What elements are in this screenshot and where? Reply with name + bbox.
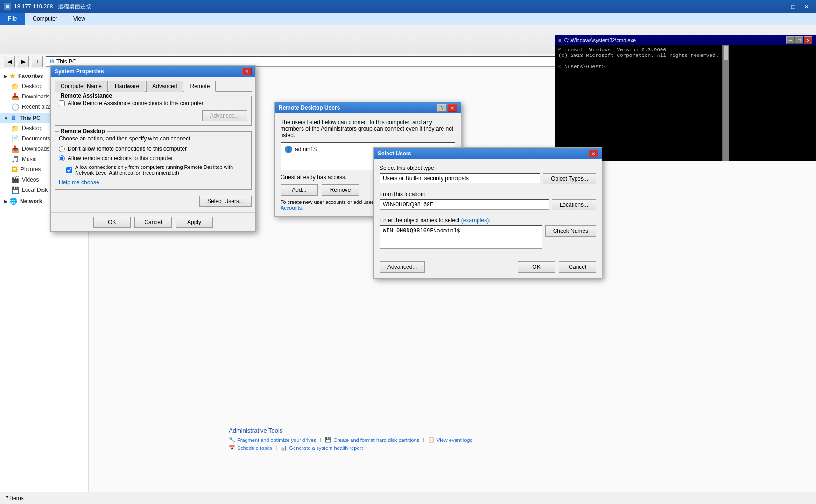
main-title-bar: 🖥 18.177.119.208 - 远程桌面连接 ─ □ ✕ xyxy=(0,0,816,13)
admin-tools-title: Administrative Tools xyxy=(229,427,676,434)
locations-button[interactable]: Locations... xyxy=(552,199,596,210)
ribbon-tab-bar: File Computer View xyxy=(0,13,816,25)
admin-link-events[interactable]: 📋 View event logs xyxy=(428,437,472,443)
allow-remote-assistance-checkbox[interactable] xyxy=(59,100,65,106)
cmd-close[interactable]: ✕ xyxy=(804,36,812,44)
su-advanced-button[interactable]: Advanced... xyxy=(380,261,425,273)
cmd-body: Microsoft Windows [Version 6.3.9600] (c)… xyxy=(555,45,816,161)
cmd-content[interactable]: Microsoft Windows [Version 6.3.9600] (c)… xyxy=(555,45,722,151)
radio-dont-allow: Don't allow remote connections to this c… xyxy=(59,146,247,152)
tab-advanced[interactable]: Advanced xyxy=(146,81,183,92)
cmd-minimize[interactable]: ─ xyxy=(786,36,795,44)
sys-props-footer: OK Cancel Apply xyxy=(51,212,255,231)
su-controls: ✕ xyxy=(589,150,598,157)
su-ok-button[interactable]: OK xyxy=(518,261,555,273)
tab-computer[interactable]: Computer xyxy=(25,13,65,25)
maximize-button[interactable]: □ xyxy=(787,2,799,11)
tab-computer-name[interactable]: Computer Name xyxy=(55,81,108,92)
admin-link-health[interactable]: 📊 Generate a system health report xyxy=(281,445,363,451)
nla-label: Allow connections only from computers ru… xyxy=(75,164,247,175)
forward-button[interactable]: ▶ xyxy=(18,56,29,67)
object-type-input[interactable] xyxy=(380,173,540,183)
admin-tools-links-row2: 📅 Schedule tasks | 📊 Generate a system h… xyxy=(229,445,676,451)
select-users-button[interactable]: Select Users... xyxy=(199,196,252,207)
radio-allow: Allow remote connections to this compute… xyxy=(59,155,247,161)
check-names-button[interactable]: Check Names xyxy=(545,225,596,237)
up-button[interactable]: ↑ xyxy=(32,56,43,67)
rdu-title: Remote Desktop Users xyxy=(279,105,340,111)
cmd-maximize[interactable]: □ xyxy=(795,36,803,44)
admin-tools-links: 🔧 Fragment and optimize your drives | 💾 … xyxy=(229,437,676,443)
nla-checkbox[interactable] xyxy=(66,167,72,173)
status-bar: 7 items xyxy=(0,492,816,504)
allow-remote-assistance-text: Allow Remote Assistance connections to t… xyxy=(68,100,204,106)
admin-link-schedule[interactable]: 📅 Schedule tasks xyxy=(229,445,272,451)
advanced-button[interactable]: Advanced... xyxy=(202,110,247,121)
advanced-btn-container: Advanced... xyxy=(59,110,247,121)
object-type-row: Object Types... xyxy=(380,173,596,187)
radio-allow-input[interactable] xyxy=(59,155,65,161)
sys-props-ok[interactable]: OK xyxy=(93,217,131,228)
sys-props-apply[interactable]: Apply xyxy=(176,217,213,228)
rdu-controls: ? ✕ xyxy=(437,104,457,112)
remove-button[interactable]: Remove xyxy=(322,184,359,196)
remote-desktop-label: Remote Desktop xyxy=(59,128,107,134)
tab-remote[interactable]: Remote xyxy=(184,81,216,92)
tab-hardware[interactable]: Hardware xyxy=(109,81,145,92)
title-bar-controls: ─ □ ✕ xyxy=(774,2,812,11)
rdu-description: The users listed below can connect to th… xyxy=(281,119,455,139)
remote-assistance-section: Remote Assistance Allow Remote Assistanc… xyxy=(55,96,252,126)
su-close[interactable]: ✕ xyxy=(589,150,598,157)
radio-dont-allow-input[interactable] xyxy=(59,146,65,152)
back-button[interactable]: ◀ xyxy=(4,56,15,67)
admin-link-partitions[interactable]: 💾 Create and format hard disk partitions xyxy=(325,437,419,443)
item-count: 7 items xyxy=(6,495,24,502)
radio-dont-allow-label: Don't allow remote connections to this c… xyxy=(68,146,187,152)
help-me-choose-link[interactable]: Help me choose xyxy=(59,179,99,186)
object-types-button[interactable]: Object Types... xyxy=(543,173,596,184)
select-users-container: Select Users... xyxy=(55,196,252,209)
close-button[interactable]: ✕ xyxy=(800,2,812,11)
examples-link[interactable]: (examples) xyxy=(461,217,489,224)
system-properties-dialog: System Properties ✕ Computer Name Hardwa… xyxy=(50,65,256,232)
names-row: Check Names xyxy=(380,225,596,254)
user-icon: 👤 xyxy=(285,146,292,153)
sys-props-close[interactable]: ✕ xyxy=(242,68,252,75)
cmd-scrollbar[interactable] xyxy=(722,45,729,161)
names-label: Enter the object names to select (exampl… xyxy=(380,217,596,224)
location-field-container xyxy=(380,199,549,213)
remote-desktop-section: Remote Desktop Choose an option, and the… xyxy=(55,131,252,190)
admin-link-fragment[interactable]: 🔧 Fragment and optimize your drives xyxy=(229,437,316,443)
sys-props-cancel[interactable]: Cancel xyxy=(134,217,172,228)
cmd-controls: ─ □ ✕ xyxy=(786,36,812,44)
connection-title: 18.177.119.208 - 远程桌面连接 xyxy=(14,3,91,11)
help-link-container: Help me choose xyxy=(59,179,247,186)
select-users-dialog: Select Users ✕ Select this object type: … xyxy=(373,147,602,279)
cmd-window: ■ C:\Windows\system32\cmd.exe ─ □ ✕ Micr… xyxy=(555,35,816,161)
su-cancel-button[interactable]: Cancel xyxy=(559,261,596,273)
add-button[interactable]: Add... xyxy=(281,184,318,196)
app-icon: 🖥 xyxy=(4,3,11,10)
su-title: Select Users xyxy=(378,150,411,157)
remote-assistance-label: Remote Assistance xyxy=(59,92,114,99)
sys-props-title-bar: System Properties ✕ xyxy=(51,66,255,77)
sys-props-controls: ✕ xyxy=(242,68,252,75)
rdu-help[interactable]: ? xyxy=(437,104,447,112)
tab-view[interactable]: View xyxy=(65,13,93,25)
rdu-title-bar: Remote Desktop Users ? ✕ xyxy=(275,102,461,113)
tab-file[interactable]: File xyxy=(0,13,25,25)
nla-checkbox-row: Allow connections only from computers ru… xyxy=(66,164,247,175)
minimize-button[interactable]: ─ xyxy=(774,2,786,11)
location-input[interactable] xyxy=(380,199,549,210)
cmd-title-bar: ■ C:\Windows\system32\cmd.exe ─ □ ✕ xyxy=(555,35,816,45)
remote-desktop-desc: Choose an option, and then specify who c… xyxy=(59,135,247,142)
admin-tools-area: Administrative Tools 🔧 Fragment and opti… xyxy=(89,423,816,455)
names-input[interactable] xyxy=(380,225,542,249)
radio-allow-label: Allow remote connections to this compute… xyxy=(68,155,173,161)
cmd-title: C:\Windows\system32\cmd.exe xyxy=(564,37,636,43)
location-row: Locations... xyxy=(380,199,596,213)
names-field-container xyxy=(380,225,542,254)
sys-props-title: System Properties xyxy=(55,68,104,75)
address-path: This PC xyxy=(56,58,77,65)
rdu-close[interactable]: ✕ xyxy=(448,104,457,112)
